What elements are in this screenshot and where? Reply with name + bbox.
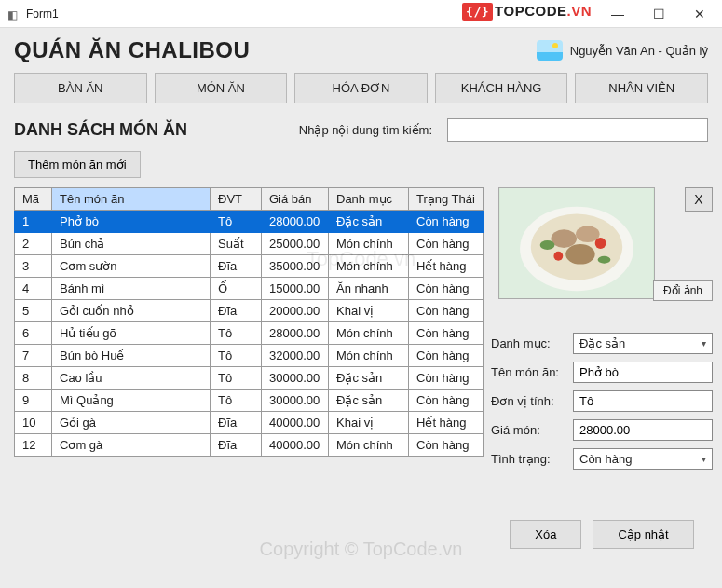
delete-button[interactable]: Xóa [510,520,581,549]
table-row[interactable]: 8Cao lầuTô30000.00Đặc sảnCòn hàng [15,367,484,390]
table-cell: Hết hàng [409,412,484,434]
table-cell: Đặc sản [329,367,409,390]
titlebar: Form1 — ☐ ✕ [0,0,722,28]
col-header[interactable]: ĐVT [211,188,262,211]
maximize-button[interactable]: ☐ [638,1,679,27]
list-header: DANH SÁCH MÓN ĂN Nhập nội dung tìm kiếm: [0,113,722,145]
table-cell: 15000.00 [262,278,329,300]
table-row[interactable]: 4Bánh mìỔ15000.00Ăn nhanhCòn hàng [15,278,484,300]
table-row[interactable]: 10Gỏi gàĐĩa40000.00Khai vịHết hàng [15,412,484,434]
col-header[interactable]: Mã [15,188,52,211]
close-window-button[interactable]: ✕ [679,1,720,27]
table-cell: 40000.00 [262,434,329,457]
app-icon [7,7,20,21]
list-title: DANH SÁCH MÓN ĂN [14,120,187,140]
add-dish-button[interactable]: Thêm món ăn mới [14,151,141,178]
dish-table-container: MãTên món ănĐVTGiá bánDanh mụcTrạng Thái… [14,187,484,549]
table-cell: 8 [15,367,52,390]
table-row[interactable]: 7Bún bò HuếTô32000.00Món chínhCòn hàng [15,345,484,367]
table-cell: Gỏi cuốn nhỏ [52,300,211,322]
tab-hoa-don[interactable]: HÓA ĐƠN [294,73,428,103]
food-photo-icon [499,188,654,298]
table-cell: Cơm sườn [52,255,211,278]
table-cell: Ổ [211,278,262,300]
table-cell: Bún bò Huế [52,345,211,367]
col-header[interactable]: Tên món ăn [52,188,211,211]
category-label: Danh mục: [491,336,573,350]
status-select[interactable]: Còn hàng▾ [573,448,713,470]
table-cell: Đặc sản [329,211,409,233]
table-cell: 3 [15,255,52,278]
detail-panel: X Đổi ảnh Danh mục: Đặc sản▾ Tê [491,187,722,549]
table-row[interactable]: 2Bún chảSuất25000.00Món chínhCòn hàng [15,233,484,255]
dish-image [498,187,655,299]
table-cell: Còn hàng [409,345,484,367]
table-cell: Còn hàng [409,322,484,345]
table-cell: Tô [211,322,262,345]
table-row[interactable]: 9Mì QuảngTô30000.00Đặc sảnCòn hàng [15,390,484,412]
close-panel-button[interactable]: X [685,187,713,212]
table-cell: Đĩa [211,300,262,322]
unit-label: Đơn vị tính: [491,394,573,408]
svg-point-3 [551,229,577,248]
chevron-down-icon: ▾ [702,338,706,349]
name-label: Tên món ăn: [491,365,573,379]
table-body: 1Phở bòTô28000.00Đặc sảnCòn hàng2Bún chả… [15,211,484,457]
table-row[interactable]: 12Cơm gàĐĩa40000.00Món chínhCòn hàng [15,434,484,457]
table-cell: Đĩa [211,412,262,434]
user-avatar-icon [537,40,563,61]
col-header[interactable]: Trạng Thái [409,188,484,211]
table-cell: 20000.00 [262,300,329,322]
table-cell: Món chính [329,434,409,457]
svg-point-8 [540,240,555,250]
table-cell: Còn hàng [409,278,484,300]
table-cell: Cao lầu [52,367,211,390]
change-image-button[interactable]: Đổi ảnh [653,280,713,301]
header: QUÁN ĂN CHALIBOU Nguyễn Văn An - Quản lý [0,28,722,69]
tab-ban-an[interactable]: BÀN ĂN [14,73,147,103]
table-cell: Cơm gà [52,434,211,457]
table-cell: Đĩa [211,434,262,457]
unit-input[interactable] [573,390,713,412]
table-cell: Món chính [329,255,409,278]
table-cell: 28000.00 [262,322,329,345]
table-cell: 25000.00 [262,233,329,255]
update-button[interactable]: Cập nhật [593,520,693,549]
tab-khach-hang[interactable]: KHÁCH HÀNG [435,73,568,103]
price-input[interactable] [573,419,713,441]
dish-table: MãTên món ănĐVTGiá bánDanh mụcTrạng Thái… [14,187,484,457]
category-select[interactable]: Đặc sản▾ [573,333,713,354]
name-input[interactable] [573,362,713,383]
table-cell: 28000.00 [262,211,329,233]
table-row[interactable]: 5Gỏi cuốn nhỏĐĩa20000.00Khai vịCòn hàng [15,300,484,322]
user-info: Nguyễn Văn An - Quản lý [570,44,708,58]
search-input[interactable] [447,118,708,142]
table-cell: Đĩa [211,255,262,278]
table-cell: Gỏi gà [52,412,211,434]
table-cell: Món chính [329,345,409,367]
table-cell: Khai vị [329,300,409,322]
table-cell: Bún chả [52,233,211,255]
table-cell: 10 [15,412,52,434]
chevron-down-icon: ▾ [702,454,706,464]
table-cell: 35000.00 [262,255,329,278]
col-header[interactable]: Giá bán [262,188,329,211]
tab-nhan-vien[interactable]: NHÂN VIÊN [575,73,708,103]
table-row[interactable]: 3Cơm sườnĐĩa35000.00Món chínhHết hàng [15,255,484,278]
table-cell: Còn hàng [409,434,484,457]
table-cell: Món chính [329,322,409,345]
tab-mon-an[interactable]: MÓN ĂN [155,73,288,103]
table-cell: 12 [15,434,52,457]
table-cell: 40000.00 [262,412,329,434]
table-row[interactable]: 1Phở bòTô28000.00Đặc sảnCòn hàng [15,211,484,233]
table-row[interactable]: 6Hủ tiếu gõTô28000.00Món chínhCòn hàng [15,322,484,345]
minimize-button[interactable]: — [597,1,638,27]
brand-logo: {/}TOPCODE.VN [462,3,592,21]
table-cell: 7 [15,345,52,367]
col-header[interactable]: Danh mục [329,188,409,211]
price-label: Giá món: [491,423,573,437]
table-cell: Còn hàng [409,300,484,322]
table-cell: Ăn nhanh [329,278,409,300]
table-cell: Tô [211,211,262,233]
table-cell: 32000.00 [262,345,329,367]
